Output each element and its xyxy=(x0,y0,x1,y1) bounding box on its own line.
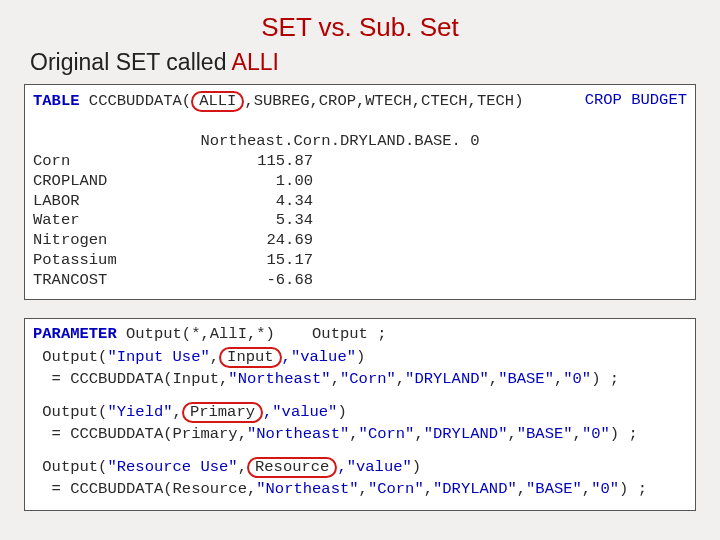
quoted-value: ,"value" xyxy=(263,403,337,421)
table-decl: TABLE CCCBUDDATA(ALLI,SUBREG,CROP,WTECH,… xyxy=(33,91,523,112)
row-value: 24.69 xyxy=(193,231,313,251)
param-decl-key: AllI xyxy=(210,325,247,343)
table-heading: Northeast.Corn.DRYLAND.BASE. 0 xyxy=(33,132,687,152)
quoted-string: "0" xyxy=(563,370,591,388)
quoted-string: "Northeast" xyxy=(228,370,330,388)
output-lhs: Output("Input Use",Input,"value") xyxy=(33,347,687,368)
group-gap xyxy=(33,392,687,402)
table-right-label: CROP BUDGET xyxy=(585,91,687,112)
quoted-string: "BASE" xyxy=(526,480,582,498)
parameter-groups: Output("Input Use",Input,"value") = CCCB… xyxy=(33,347,687,500)
parameter-decl: PARAMETER Output(*,AllI,*) Output ; xyxy=(33,325,687,345)
set-circle: Primary xyxy=(182,402,263,423)
slide-subtitle: Original SET called ALLI xyxy=(30,49,696,76)
row-label: Corn xyxy=(33,152,193,172)
table-row: Corn115.87 xyxy=(33,152,687,172)
set-circle: Resource xyxy=(247,457,337,478)
output-rhs: = CCCBUDDATA(Primary,"Northeast","Corn",… xyxy=(33,425,687,445)
parameter-box: PARAMETER Output(*,AllI,*) Output ; Outp… xyxy=(24,318,696,511)
slide: SET vs. Sub. Set Original SET called ALL… xyxy=(0,0,720,540)
table-row: LABOR4.34 xyxy=(33,192,687,212)
quoted-string: "0" xyxy=(591,480,619,498)
table-keyword: TABLE xyxy=(33,92,80,110)
set-circle: Input xyxy=(219,347,282,368)
param-decl-a: Output(*, xyxy=(117,325,210,343)
row-value: 115.87 xyxy=(193,152,313,172)
row-label: Nitrogen xyxy=(33,231,193,251)
row-value: -6.68 xyxy=(193,271,313,291)
quoted-string: "Northeast" xyxy=(247,425,349,443)
quoted-string: "Corn" xyxy=(368,480,424,498)
quoted-label: "Yield" xyxy=(107,403,172,421)
quoted-value: ,"value" xyxy=(282,348,356,366)
quoted-string: "Northeast" xyxy=(256,480,358,498)
table-row: Water5.34 xyxy=(33,211,687,231)
table-box: TABLE CCCBUDDATA(ALLI,SUBREG,CROP,WTECH,… xyxy=(24,84,696,300)
row-value: 5.34 xyxy=(193,211,313,231)
row-value: 15.17 xyxy=(193,251,313,271)
table-row: Potassium15.17 xyxy=(33,251,687,271)
table-sig-rest: SUBREG,CROP,WTECH,CTECH,TECH) xyxy=(254,92,524,110)
group-gap xyxy=(33,447,687,457)
table-rows: Corn115.87CROPLAND1.00LABOR4.34Water5.34… xyxy=(33,152,687,291)
quoted-string: "Corn" xyxy=(340,370,396,388)
table-scenario: Northeast.Corn.DRYLAND.BASE. 0 xyxy=(200,132,479,150)
table-header-row: TABLE CCCBUDDATA(ALLI,SUBREG,CROP,WTECH,… xyxy=(33,91,687,112)
quoted-string: "DRYLAND" xyxy=(424,425,508,443)
row-label: Potassium xyxy=(33,251,193,271)
table-name: CCCBUDDATA xyxy=(89,92,182,110)
quoted-label: "Resource Use" xyxy=(107,458,237,476)
quoted-string: "0" xyxy=(582,425,610,443)
row-value: 4.34 xyxy=(193,192,313,212)
alli-circle: ALLI xyxy=(191,91,244,112)
quoted-string: "BASE" xyxy=(498,370,554,388)
param-decl-b: ,*) Output ; xyxy=(247,325,387,343)
output-lhs: Output("Resource Use",Resource,"value") xyxy=(33,457,687,478)
row-value: 1.00 xyxy=(193,172,313,192)
parameter-keyword: PARAMETER xyxy=(33,325,117,343)
subtitle-prefix: Original SET called xyxy=(30,49,232,75)
output-rhs: = CCCBUDDATA(Input,"Northeast","Corn","D… xyxy=(33,370,687,390)
table-row: CROPLAND1.00 xyxy=(33,172,687,192)
quoted-value: ,"value" xyxy=(337,458,411,476)
output-rhs: = CCCBUDDATA(Resource,"Northeast","Corn"… xyxy=(33,480,687,500)
row-label: CROPLAND xyxy=(33,172,193,192)
table-row: Nitrogen24.69 xyxy=(33,231,687,251)
quoted-string: "DRYLAND" xyxy=(405,370,489,388)
row-label: Water xyxy=(33,211,193,231)
quoted-string: "DRYLAND" xyxy=(433,480,517,498)
slide-title: SET vs. Sub. Set xyxy=(24,12,696,43)
quoted-string: "BASE" xyxy=(517,425,573,443)
output-lhs: Output("Yield",Primary,"value") xyxy=(33,402,687,423)
quoted-label: "Input Use" xyxy=(107,348,209,366)
table-row: TRANCOST-6.68 xyxy=(33,271,687,291)
subtitle-key: ALLI xyxy=(232,49,279,75)
quoted-string: "Corn" xyxy=(359,425,415,443)
row-label: TRANCOST xyxy=(33,271,193,291)
row-label: LABOR xyxy=(33,192,193,212)
